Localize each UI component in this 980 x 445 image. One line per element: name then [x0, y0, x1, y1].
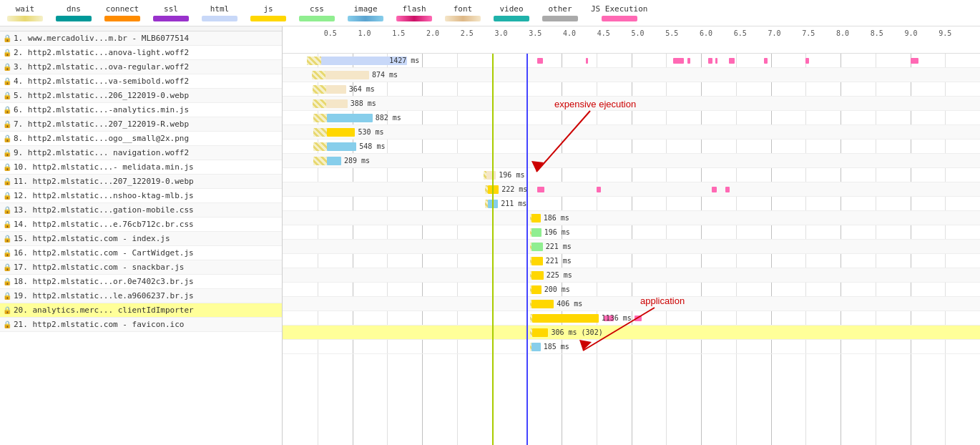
js-exec-bar — [805, 58, 809, 64]
timing-label: 530 ms — [358, 128, 383, 136]
request-text: 19. http2.mlstatic...le.a9606237.br.js — [14, 291, 194, 300]
legend-wait: wait — [7, 4, 43, 21]
waterfall-row[interactable]: 211 ms — [283, 197, 980, 211]
request-text: 7. http2.mlstatic...207_122019-R.webp — [14, 119, 189, 129]
timing-label: 221 ms — [546, 257, 572, 265]
request-row[interactable]: 🔒14. http2.mlstatic...e.76cb712c.br.css — [0, 217, 282, 232]
request-row[interactable]: 🔒16. http2.mlstatic.com - CartWidget.js — [0, 246, 282, 260]
js-exec-bar — [597, 187, 601, 192]
timeline-header: 0.51.01.52.02.53.03.54.04.55.05.56.06.57… — [283, 26, 980, 54]
timing-label: 388 ms — [351, 99, 376, 107]
legend-dns: dns — [56, 4, 92, 21]
waterfall-row[interactable]: 1136 ms — [283, 311, 980, 326]
waterfall-row[interactable]: 388 ms — [283, 97, 980, 111]
request-row[interactable]: 🔒9. http2.mlstatic... navigation.woff2 — [0, 146, 282, 160]
request-row[interactable]: 🔒7. http2.mlstatic...207_122019-R.webp — [0, 117, 282, 132]
waterfall-row[interactable]: 196 ms — [283, 225, 980, 240]
request-row[interactable]: 🔒20. analytics.merc... clientIdImporter — [0, 303, 282, 318]
timeline-mark: 4.0 — [563, 29, 576, 37]
waterfall-row[interactable]: 1427 ms — [283, 54, 980, 68]
waterfall-row[interactable]: 289 ms — [283, 154, 980, 168]
waterfall-row[interactable]: 882 ms — [283, 111, 980, 125]
timing-label: 196 ms — [544, 228, 570, 236]
js-exec-bar — [764, 58, 768, 64]
timeline-marks: 0.51.01.52.02.53.03.54.04.55.05.56.06.57… — [290, 26, 973, 54]
timeline-mark: 2.0 — [426, 29, 439, 37]
timing-label: 221 ms — [546, 243, 572, 250]
timeline-mark: 4.5 — [597, 29, 610, 37]
waterfall-row[interactable]: 200 ms — [283, 283, 980, 297]
legend-font: font — [445, 4, 481, 21]
legend-css: css — [299, 4, 335, 21]
waterfall-row[interactable]: 530 ms — [283, 125, 980, 140]
request-row[interactable]: 🔒17. http2.mlstatic.com - snackbar.js — [0, 260, 282, 275]
timing-label: 225 ms — [547, 271, 572, 279]
lock-icon: 🔒 — [3, 220, 11, 228]
timeline-mark: 8.5 — [871, 29, 883, 37]
timing-label: 364 ms — [349, 85, 375, 93]
step-header — [0, 26, 282, 31]
request-row[interactable]: 🔒21. http2.mlstatic.com - favicon.ico — [0, 318, 282, 332]
timeline-mark: 9.0 — [905, 29, 918, 37]
request-row[interactable]: 🔒15. http2.mlstatic.com - index.js — [0, 232, 282, 246]
timeline-mark: 9.5 — [939, 29, 951, 37]
request-row[interactable]: 🔒3. http2.mlstatic...ova-regular.woff2 — [0, 60, 282, 74]
lock-icon: 🔒 — [3, 177, 11, 185]
waterfall-body[interactable]: 1427 ms874 ms364 ms388 ms882 ms530 ms548… — [283, 54, 980, 445]
request-text: 6. http2.mlstatic...-analytics.min.js — [14, 105, 189, 114]
request-row[interactable]: 🔒4. http2.mlstatic...va-semibold.woff2 — [0, 74, 282, 89]
request-text: 4. http2.mlstatic...va-semibold.woff2 — [14, 77, 189, 86]
request-row[interactable]: 🔒12. http2.mlstatic...nshoo-ktag-mlb.js — [0, 189, 282, 203]
request-row[interactable]: 🔒13. http2.mlstatic...gation-mobile.css — [0, 203, 282, 217]
waterfall-row[interactable]: 186 ms — [283, 211, 980, 225]
main-bar — [531, 271, 544, 280]
timeline-mark: 1.0 — [358, 29, 371, 37]
lock-icon: 🔒 — [3, 92, 11, 99]
waterfall-row[interactable]: 874 ms — [283, 68, 980, 82]
request-row[interactable]: 🔒2. http2.mlstatic...anova-light.woff2 — [0, 46, 282, 60]
lock-icon: 🔒 — [3, 163, 11, 171]
request-text: 9. http2.mlstatic... navigation.woff2 — [14, 148, 189, 157]
timing-label: 186 ms — [544, 214, 569, 222]
request-row[interactable]: 🔒8. http2.mlstatic...ogo__small@2x.png — [0, 132, 282, 146]
legend-ssl: ssl — [153, 4, 189, 21]
timing-label: 211 ms — [501, 200, 526, 207]
request-row[interactable]: 🔒18. http2.mlstatic...or.0e7402c3.br.js — [0, 275, 282, 289]
waterfall-row[interactable]: 548 ms — [283, 140, 980, 154]
request-list[interactable]: 🔒1. www.mercadoliv...m.br - MLB6077514🔒2… — [0, 26, 283, 445]
vertical-marker-onload — [492, 54, 494, 445]
waterfall-row[interactable]: 221 ms — [283, 240, 980, 254]
waterfall-row[interactable]: 196 ms — [283, 168, 980, 182]
request-row[interactable]: 🔒19. http2.mlstatic...le.a9606237.br.js — [0, 289, 282, 303]
waterfall-row[interactable]: 222 ms — [283, 182, 980, 197]
lock-icon: 🔒 — [3, 306, 11, 314]
waterfall-row[interactable]: 221 ms — [283, 254, 980, 268]
lock-icon: 🔒 — [3, 106, 11, 114]
request-row[interactable]: 🔒10. http2.mlstatic...- melidata.min.js — [0, 160, 282, 175]
request-row[interactable]: 🔒11. http2.mlstatic...207_122019-0.webp — [0, 175, 282, 189]
waterfall-row[interactable]: 364 ms — [283, 82, 980, 97]
vertical-marker-domready — [526, 54, 528, 445]
timeline-mark: 6.5 — [734, 29, 747, 37]
request-text: 14. http2.mlstatic...e.76cb712c.br.css — [14, 220, 194, 229]
timing-label: 882 ms — [376, 114, 401, 122]
timing-label: 222 ms — [501, 185, 527, 193]
waterfall-row[interactable]: 306 ms (302) — [283, 326, 980, 340]
timing-label: 200 ms — [544, 285, 570, 293]
main-bar — [327, 114, 372, 122]
request-row[interactable]: 🔒1. www.mercadoliv...m.br - MLB6077514 — [0, 31, 282, 46]
waterfall-row[interactable]: 185 ms — [283, 340, 980, 354]
waterfall-row[interactable]: 406 ms — [283, 297, 980, 311]
lock-icon: 🔒 — [3, 49, 11, 57]
request-row[interactable]: 🔒6. http2.mlstatic...-analytics.min.js — [0, 103, 282, 117]
waterfall-row[interactable]: 225 ms — [283, 268, 980, 283]
request-text: 13. http2.mlstatic...gation-mobile.css — [14, 205, 194, 215]
timeline-mark: 2.5 — [461, 29, 474, 37]
main-bar — [327, 157, 341, 165]
request-row[interactable]: 🔒5. http2.mlstatic...206_122019-0.webp — [0, 89, 282, 103]
timeline-mark: 7.5 — [802, 29, 815, 37]
js-exec-bar — [673, 58, 684, 64]
legend-flash: flash — [396, 4, 432, 21]
timing-label: 548 ms — [359, 142, 385, 150]
wait-bar — [313, 142, 328, 151]
